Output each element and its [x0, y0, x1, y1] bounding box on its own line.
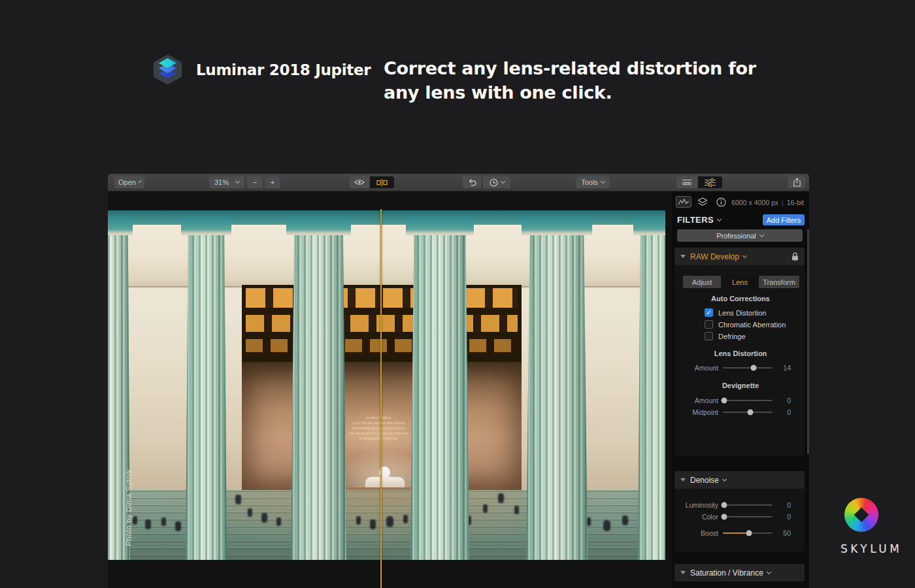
- image-info-bar: 6000 x 4000 px|16-bit: [731, 199, 804, 206]
- chevron-down-icon: [500, 179, 505, 184]
- chevron-down-icon: [601, 179, 605, 184]
- filters-panel: 6000 x 4000 px|16-bit FILTERS Add Filter…: [672, 191, 809, 588]
- chevron-down-icon: [717, 216, 722, 221]
- zoom-out-button[interactable]: −: [247, 176, 263, 188]
- raw-develop-title: RAW Develop: [690, 252, 746, 261]
- skylum-wordmark: SKYLUM: [840, 542, 902, 555]
- add-filters-button[interactable]: Add Filters: [763, 214, 805, 225]
- toolbar: Open 31% − +: [108, 174, 809, 191]
- share-button[interactable]: [788, 176, 805, 188]
- luminosity-slider[interactable]: [723, 504, 773, 506]
- amount-slider[interactable]: [723, 367, 773, 368]
- saturation-vibrance-header[interactable]: Saturation / Vibrance: [674, 564, 805, 581]
- photo-column: [526, 235, 588, 560]
- slider-thumb[interactable]: [721, 398, 727, 404]
- slider-row-boost: Boost 50: [676, 529, 795, 538]
- slider-thumb[interactable]: [747, 410, 753, 416]
- saturation-vibrance-title: Saturation / Vibrance: [690, 568, 771, 578]
- preset-selected-value: Professional: [716, 232, 756, 240]
- chevron-down-icon: [767, 569, 771, 574]
- tools-label: Tools: [581, 178, 598, 186]
- boost-slider[interactable]: [723, 532, 773, 534]
- chevron-down-icon: [138, 180, 141, 183]
- quick-preview-button[interactable]: [350, 176, 369, 188]
- logo-layer-top: [159, 58, 176, 68]
- luminar-logo-icon: [152, 54, 183, 85]
- history-clock-icon: [490, 178, 498, 187]
- photo-column: [291, 235, 346, 560]
- compare-view-button[interactable]: [370, 176, 394, 188]
- image-dimensions: 6000 x 4000 px: [731, 199, 778, 206]
- devignette-title: Devignette: [672, 382, 809, 389]
- photo-coffered-ceiling: [242, 285, 522, 362]
- chromatic-aberration-checkbox[interactable]: ✓: [705, 320, 713, 329]
- checkbox-row-defringe[interactable]: ✓ Defringe: [705, 331, 746, 341]
- zoom-in-button[interactable]: +: [265, 176, 280, 188]
- histogram-toggle-button[interactable]: [676, 196, 691, 208]
- devignette-amount-slider[interactable]: [723, 400, 773, 401]
- panel-scrollbar[interactable]: [807, 229, 809, 454]
- zoom-level-dropdown[interactable]: 31%: [209, 176, 244, 188]
- chevron-down-icon: [742, 253, 747, 257]
- filters-panel-toggle-button[interactable]: [698, 176, 722, 188]
- layers-button[interactable]: [697, 196, 708, 208]
- lock-icon[interactable]: [791, 252, 799, 261]
- collapse-triangle-icon: [680, 571, 686, 574]
- layers-icon: [697, 197, 708, 206]
- zoom-level-value: 31%: [214, 178, 229, 186]
- slider-thumb[interactable]: [751, 365, 757, 371]
- photo-column: [410, 235, 469, 560]
- history-button[interactable]: [483, 176, 510, 188]
- info-icon: [716, 197, 726, 207]
- page: Luminar 2018 Jupiter Correct any lens-re…: [0, 0, 915, 588]
- slider-row-devignette-amount: Amount 0: [676, 396, 795, 405]
- marketing-headline: Correct any lens-related distortion for …: [384, 56, 795, 105]
- info-button[interactable]: [715, 196, 727, 208]
- defringe-checkbox[interactable]: ✓: [705, 332, 713, 340]
- color-slider[interactable]: [723, 516, 773, 517]
- denoise-header[interactable]: Denoise: [674, 471, 805, 489]
- tab-lens[interactable]: Lens: [722, 276, 758, 288]
- plus-icon: +: [271, 178, 274, 186]
- preset-dropdown[interactable]: Professional: [677, 229, 803, 242]
- collapse-triangle-icon: [680, 478, 686, 482]
- slider-row-color: Color 0: [676, 512, 795, 521]
- open-button[interactable]: Open: [114, 176, 144, 188]
- checkbox-row-lens-distortion[interactable]: ✓ Lens Distortion: [705, 308, 766, 318]
- slider-thumb[interactable]: [721, 502, 727, 508]
- chevron-down-icon: [235, 179, 240, 184]
- app-title: Luminar 2018 Jupiter: [196, 61, 371, 78]
- slider-row-amount: Amount 14: [676, 363, 795, 372]
- share-export-icon: [793, 178, 801, 187]
- photo-column: [638, 235, 665, 560]
- tools-button[interactable]: Tools: [576, 176, 610, 188]
- photo-column: [186, 235, 227, 560]
- lens-distortion-checkbox[interactable]: ✓: [705, 308, 713, 317]
- skylum-logo-icon: [844, 498, 878, 532]
- filters-panel-title[interactable]: FILTERS: [677, 215, 721, 225]
- filmstrip-icon: [682, 179, 692, 186]
- eye-icon: [354, 179, 365, 186]
- slider-thumb[interactable]: [746, 531, 752, 536]
- checkbox-row-chromatic-aberration[interactable]: ✓ Chromatic Aberration: [705, 319, 786, 329]
- tab-transform[interactable]: Transform: [759, 276, 799, 288]
- image-bit-depth: 16-bit: [787, 199, 804, 206]
- auto-corrections-title: Auto Corrections: [672, 295, 809, 302]
- filmstrip-toggle-button[interactable]: [676, 176, 697, 188]
- adjustments-sliders-icon: [705, 178, 716, 187]
- photo-canvas[interactable]: IN THIS TEMPLEAS IN THE HEARTS OF THE PE…: [108, 210, 665, 560]
- photo-credit: Photo by Dima Sytnik: [125, 457, 133, 546]
- slider-thumb[interactable]: [721, 514, 727, 520]
- lens-distortion-title: Lens Distortion: [672, 350, 809, 357]
- open-label: Open: [118, 178, 136, 186]
- raw-develop-header[interactable]: RAW Develop: [674, 248, 805, 265]
- memorial-inscription: IN THIS TEMPLEAS IN THE HEARTS OF THE PE…: [342, 416, 415, 441]
- slider-row-luminosity: Luminosity 0: [676, 500, 795, 510]
- chevron-down-icon: [722, 476, 727, 481]
- chevron-down-icon: [759, 232, 764, 237]
- midpoint-slider[interactable]: [723, 412, 773, 413]
- before-after-split-handle[interactable]: [380, 209, 382, 588]
- undo-button[interactable]: [463, 176, 481, 188]
- tab-adjust[interactable]: Adjust: [683, 276, 721, 288]
- minus-icon: −: [253, 178, 257, 186]
